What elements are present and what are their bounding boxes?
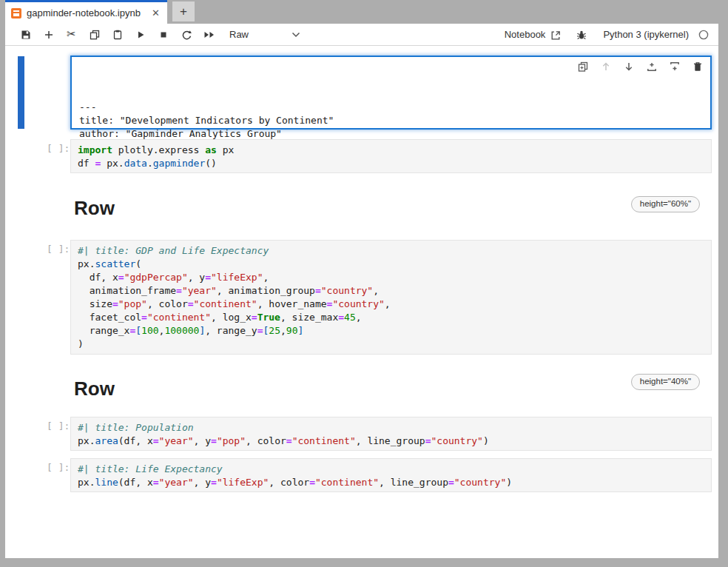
insert-below-icon: [669, 61, 681, 73]
code-line: size="pop", color="continent", hover_nam…: [78, 298, 704, 311]
scissors-icon: ✂: [67, 29, 76, 40]
active-cell-collapser[interactable]: [18, 56, 24, 129]
clipboard-icon: [112, 29, 124, 41]
run-cell-button[interactable]: [129, 24, 152, 46]
cell-toolbar: [576, 60, 704, 73]
insert-cell-above-button[interactable]: [645, 60, 658, 73]
height-badge-60: height="60%": [631, 196, 700, 212]
code-line: df, x="gdpPercap", y="lifeExp",: [78, 271, 704, 284]
tab-bar: gapminder-notebook.ipynb ✕ +: [5, 0, 718, 24]
tab-gapminder-notebook[interactable]: gapminder-notebook.ipynb ✕: [5, 0, 167, 24]
save-button[interactable]: [14, 24, 37, 46]
code-line: px.line(df, x="year", y="lifeExp", color…: [78, 476, 704, 489]
toolbar-right: Notebook Python 3 (ipykernel): [505, 29, 709, 40]
fast-forward-icon: [203, 29, 216, 41]
duplicate-cell-button[interactable]: [576, 60, 589, 73]
cell-imports[interactable]: import plotly.express as pxdf = px.data.…: [70, 139, 712, 173]
insert-above-icon: [646, 61, 658, 73]
copy-cells-button[interactable]: [83, 24, 106, 46]
notebook-label: Notebook: [505, 29, 546, 40]
code-line: df = px.data.gapminder(): [78, 157, 704, 170]
duplicate-cell-icon: [577, 61, 589, 73]
code-line: #| title: GDP and Life Expectancy: [78, 244, 704, 258]
code-line: ---: [79, 101, 703, 114]
restart-run-all-button[interactable]: [198, 24, 220, 46]
close-tab-icon[interactable]: ✕: [152, 7, 160, 19]
code-line: range_x=[100,100000], range_y=[25,90]: [78, 324, 704, 338]
stop-icon: [158, 29, 169, 41]
move-cell-down-button[interactable]: [622, 60, 635, 73]
paste-cells-button[interactable]: [106, 24, 129, 46]
code-line: title: "Development Indicators by Contin…: [79, 114, 703, 127]
move-cell-up-button[interactable]: [599, 60, 612, 73]
external-link-icon: [550, 30, 560, 40]
code-line: animation_frame="year", animation_group=…: [78, 284, 704, 298]
cut-cells-button[interactable]: ✂: [60, 24, 83, 46]
insert-cell-button[interactable]: [37, 24, 60, 46]
insert-cell-below-button[interactable]: [668, 60, 681, 73]
cell-type-value: Raw: [229, 29, 249, 40]
notebook-area: ---title: "Development Indicators by Con…: [5, 46, 718, 558]
restart-icon: [181, 29, 192, 41]
cell-population[interactable]: #| title: Populationpx.area(df, x="year"…: [70, 417, 712, 451]
notebook-toolbar: ✂ Raw: [5, 24, 718, 46]
new-tab-button[interactable]: +: [172, 1, 195, 21]
plus-icon: [43, 29, 55, 41]
arrow-down-icon: [623, 61, 635, 73]
delete-cell-button[interactable]: [691, 60, 704, 73]
code-line: #| title: Life Expectancy: [78, 463, 704, 476]
code-line: ): [78, 338, 704, 351]
chevron-down-icon: [291, 32, 300, 38]
code-line: px.scatter(: [78, 258, 704, 271]
run-icon: [135, 29, 146, 41]
cell-frontmatter[interactable]: ---title: "Development Indicators by Con…: [70, 56, 712, 130]
copy-icon: [89, 29, 101, 41]
height-badge-40: height="40%": [631, 374, 700, 390]
bug-icon: [576, 30, 587, 40]
trash-icon: [692, 61, 704, 73]
notebook-panel-button[interactable]: Notebook: [505, 29, 561, 40]
tab-title: gapminder-notebook.ipynb: [27, 7, 146, 19]
cell-scatter[interactable]: #| title: GDP and Life Expectancypx.scat…: [70, 240, 712, 355]
code-line: facet_col="continent", log_x=True, size_…: [78, 311, 704, 324]
code-line: px.area(df, x="year", y="pop", color="co…: [78, 435, 704, 448]
cell-life-expectancy[interactable]: #| title: Life Expectancypx.line(df, x="…: [70, 458, 712, 492]
kernel-name[interactable]: Python 3 (ipykernel): [603, 29, 689, 40]
arrow-up-icon: [600, 61, 612, 73]
save-icon: [20, 29, 32, 41]
kernel-status-icon: [698, 30, 709, 40]
notebook-file-icon: [11, 8, 21, 19]
markdown-heading-row-2[interactable]: Row: [74, 378, 115, 400]
cell-type-select[interactable]: Raw: [229, 29, 300, 40]
restart-kernel-button[interactable]: [175, 24, 198, 46]
debugger-toggle-button[interactable]: [576, 30, 587, 40]
code-line: #| title: Population: [78, 421, 704, 435]
markdown-heading-row-1[interactable]: Row: [74, 197, 115, 220]
interrupt-kernel-button[interactable]: [152, 24, 175, 46]
code-line: import plotly.express as px: [78, 144, 704, 157]
